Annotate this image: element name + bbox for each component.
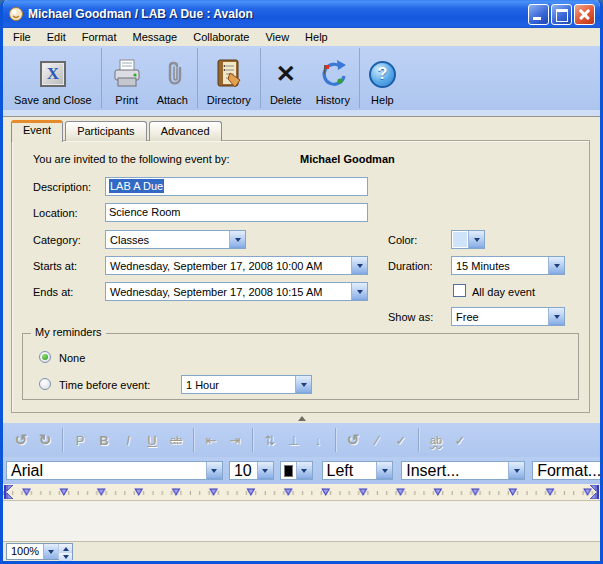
- category-dropdown[interactable]: Classes: [105, 230, 246, 249]
- color-dropdown[interactable]: [451, 230, 485, 249]
- italic-icon[interactable]: I: [116, 433, 140, 448]
- bold-icon[interactable]: B: [92, 433, 116, 448]
- spinner-up-icon[interactable]: [59, 544, 72, 553]
- duration-dropdown[interactable]: 15 Minutes: [451, 256, 565, 275]
- color-label: Color:: [388, 234, 417, 246]
- help-button[interactable]: ? Help: [362, 46, 403, 110]
- description-input[interactable]: LAB A Due: [105, 177, 368, 196]
- undo-icon[interactable]: ↺: [9, 431, 33, 449]
- print-button[interactable]: Print: [104, 46, 150, 110]
- pen-icon[interactable]: ∕: [365, 433, 389, 448]
- toolbar-separator: [62, 428, 63, 452]
- toolbar-separator: [252, 428, 253, 452]
- close-button[interactable]: [574, 4, 595, 25]
- ends-at-label: Ends at:: [33, 286, 73, 298]
- outdent-icon[interactable]: ⇤: [199, 433, 223, 448]
- chevron-down-icon[interactable]: [351, 283, 367, 300]
- delete-button[interactable]: ✕ Delete: [263, 46, 309, 110]
- tab-event[interactable]: Event: [11, 120, 63, 142]
- chevron-down-icon[interactable]: [468, 231, 484, 248]
- maximize-button[interactable]: [551, 4, 572, 25]
- menu-edit[interactable]: Edit: [39, 30, 74, 44]
- underline-icon[interactable]: U: [140, 433, 164, 448]
- baseline-icon[interactable]: ⊥: [282, 433, 306, 448]
- font-family-dropdown[interactable]: Arial: [6, 461, 223, 480]
- all-day-checkbox[interactable]: [453, 284, 466, 297]
- ends-at-dropdown[interactable]: Wednesday, September 17, 2008 10:15 AM: [105, 282, 368, 301]
- format-dropdown[interactable]: Format...: [532, 461, 600, 480]
- toolbar-separator: [359, 48, 360, 108]
- strikethrough-icon[interactable]: ab: [164, 434, 188, 446]
- chevron-down-icon[interactable]: [295, 376, 311, 393]
- directory-button[interactable]: Directory: [200, 46, 258, 110]
- plain-style-icon[interactable]: P: [68, 433, 92, 448]
- menu-message[interactable]: Message: [125, 30, 186, 44]
- message-body[interactable]: [3, 501, 600, 541]
- move-down-icon[interactable]: ↓: [306, 433, 330, 448]
- group-label: My reminders: [31, 326, 106, 338]
- chevron-down-icon[interactable]: [257, 462, 273, 479]
- toolbar-separator: [335, 428, 336, 452]
- category-label: Category:: [33, 234, 81, 246]
- attach-button[interactable]: Attach: [150, 46, 195, 110]
- reminder-none-radio[interactable]: [39, 351, 51, 363]
- formatting-toolbar: ↺ ↻ P B I U ab ⇤ ⇥ ⇅ ⊥ ↓ ↺ ∕ ✓ ab ✓: [3, 423, 600, 457]
- ruler-right-margin-marker[interactable]: [590, 485, 599, 499]
- redo-icon[interactable]: ↻: [33, 431, 57, 449]
- delete-icon: ✕: [276, 61, 296, 87]
- chevron-down-icon[interactable]: [508, 462, 524, 479]
- menu-help[interactable]: Help: [297, 30, 336, 44]
- reminder-time-radio[interactable]: [39, 378, 51, 390]
- titlebar[interactable]: Michael Goodman / LAB A Due : Avalon: [3, 0, 600, 28]
- spelling-autocheck-icon[interactable]: ab: [424, 434, 448, 446]
- indent-icon[interactable]: ⇥: [223, 433, 247, 448]
- revert-icon[interactable]: ↺: [341, 431, 365, 449]
- pane-splitter[interactable]: [3, 413, 600, 423]
- spellcheck-icon[interactable]: ✓: [448, 433, 472, 448]
- minimize-button[interactable]: [528, 4, 549, 25]
- zoom-spinner[interactable]: [58, 544, 72, 559]
- invited-by-label: You are invited to the following event b…: [33, 153, 230, 165]
- chevron-down-icon[interactable]: [229, 231, 245, 248]
- location-label: Location:: [33, 207, 78, 219]
- duration-label: Duration:: [388, 260, 433, 272]
- ruler-left-margin-marker[interactable]: [4, 485, 13, 499]
- chevron-down-icon[interactable]: [548, 257, 564, 274]
- menu-collaborate[interactable]: Collaborate: [185, 30, 257, 44]
- zoom-control[interactable]: 100%: [6, 543, 73, 560]
- alignment-dropdown[interactable]: Left: [322, 461, 394, 480]
- paragraph-spacing-icon[interactable]: ⇅: [258, 433, 282, 448]
- show-as-dropdown[interactable]: Free: [451, 307, 565, 326]
- starts-at-dropdown[interactable]: Wednesday, September 17, 2008 10:00 AM: [105, 256, 368, 275]
- ruler[interactable]: [3, 484, 600, 501]
- menu-file[interactable]: File: [5, 30, 39, 44]
- toolbar-separator: [418, 428, 419, 452]
- save-and-close-button[interactable]: X Save and Close: [7, 46, 99, 110]
- chevron-down-icon[interactable]: [296, 462, 312, 479]
- insert-dropdown[interactable]: Insert...: [401, 461, 525, 480]
- reminder-time-dropdown[interactable]: 1 Hour: [181, 375, 312, 394]
- tab-participants[interactable]: Participants: [65, 121, 146, 141]
- tab-bar: Event Participants Advanced: [11, 121, 224, 142]
- tab-advanced[interactable]: Advanced: [149, 121, 222, 141]
- reminder-none-label: None: [59, 352, 85, 364]
- chevron-down-icon[interactable]: [43, 544, 58, 559]
- font-size-dropdown[interactable]: 10: [229, 461, 274, 480]
- menu-view[interactable]: View: [257, 30, 297, 44]
- chevron-down-icon[interactable]: [548, 308, 564, 325]
- chevron-down-icon[interactable]: [351, 257, 367, 274]
- spinner-down-icon[interactable]: [59, 553, 72, 562]
- approve-icon[interactable]: ✓: [389, 433, 413, 448]
- chevron-down-icon[interactable]: [206, 462, 222, 479]
- attach-icon: [157, 59, 187, 89]
- chevron-down-icon[interactable]: [376, 462, 392, 479]
- font-color-dropdown[interactable]: [280, 461, 313, 480]
- application-window: Michael Goodman / LAB A Due : Avalon Fil…: [0, 0, 603, 564]
- location-input[interactable]: Science Room: [105, 203, 368, 222]
- status-bar: 100%: [3, 541, 600, 561]
- history-button[interactable]: History: [309, 46, 357, 110]
- toolbar-separator: [197, 48, 198, 108]
- menu-format[interactable]: Format: [74, 30, 125, 44]
- reminder-time-label: Time before event:: [59, 379, 150, 391]
- toolbar-separator: [101, 48, 102, 108]
